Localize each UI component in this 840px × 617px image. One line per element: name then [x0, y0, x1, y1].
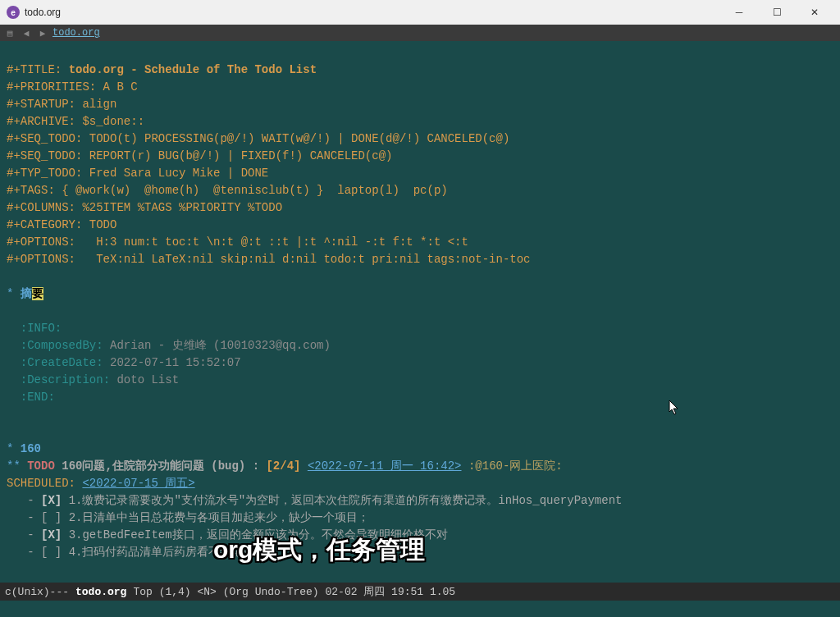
minibuffer[interactable] [0, 601, 840, 617]
editor-area[interactable]: #+TITLE: todo.org - Schedule of The Todo… [0, 41, 840, 583]
modeline-left: c(Unix)--- [5, 586, 69, 598]
close-button[interactable]: ✕ [796, 0, 833, 25]
category-line: #+CATEGORY: TODO [7, 218, 116, 231]
item-text: 3.getBedFeeItem接口，返回的金额应该为分。不然会导致明细价格不对 [62, 528, 447, 542]
h2-tag: :@160-网上医院: [468, 459, 563, 473]
typtodo-line: #+TYP_TODO: Fred Sara Lucy Mike | DONE [7, 167, 268, 180]
desc-val: doto List [110, 373, 179, 386]
modeline-file: todo.org [75, 586, 126, 598]
list-item: - [7, 546, 41, 559]
checkbox[interactable]: [ ] [41, 546, 62, 559]
tags-line: #+TAGS: { @work(w) @home(h) @tennisclub(… [7, 184, 448, 197]
todo-keyword: TODO [27, 459, 55, 473]
startup-line: #+STARTUP: align [7, 98, 116, 111]
options1-line: #+OPTIONS: H:3 num:t toc:t \n:t @:t ::t … [7, 235, 468, 249]
desc-key: :Description: [21, 373, 110, 386]
checkbox[interactable]: [X] [41, 494, 62, 507]
created-val: 2022-07-11 15:52:07 [103, 356, 241, 369]
mode-line: c(Unix)--- todo.org Top (1,4) <N> (Org U… [0, 583, 840, 601]
toolbar-menu-icon[interactable]: ▤ [3, 26, 16, 39]
item-text: 1.缴费记录需要改为"支付流水号"为空时，返回本次住院所有渠道的所有缴费记录。i… [62, 494, 622, 507]
toolbar-back-icon[interactable]: ◀ [20, 26, 33, 39]
item-text: 2.日清单中当日总花费与各项目加起来少，缺少一个项目； [62, 511, 369, 524]
info-open [7, 322, 21, 335]
h2-text: 160问题,住院部分功能问题 (bug) : [55, 459, 267, 473]
app-icon: e [7, 6, 20, 19]
scheduled-key: SCHEDULED: [7, 477, 75, 490]
summary-title-b: 要 [32, 287, 43, 300]
info-close: :END: [21, 391, 55, 404]
h1-star: * [7, 442, 21, 455]
priorities-line: #+PRIORITIES: A B C [7, 80, 138, 94]
h1-160: 160 [21, 442, 41, 455]
window-title: todo.org [25, 7, 61, 18]
toolbar-forward-icon[interactable]: ▶ [36, 26, 49, 39]
archive-line: #+ARCHIVE: $s_done:: [7, 115, 144, 128]
title-key: #+TITLE: [7, 63, 69, 76]
columns-line: #+COLUMNS: %25ITEM %TAGS %PRIORITY %TODO [7, 201, 282, 214]
checkbox[interactable]: [X] [41, 528, 62, 542]
list-item: - [7, 494, 41, 507]
item-text: 4.扫码付药品清单后药房看不到记录。 [62, 546, 266, 559]
minimize-button[interactable]: ─ [720, 0, 758, 25]
summary-title-a: 摘 [21, 287, 32, 300]
created-key: :CreateDate: [21, 356, 103, 369]
scheduled-date: <2022-07-15 周五> [82, 477, 194, 490]
composed-key: :ComposedBy: [21, 339, 103, 352]
emacs-toolbar: ▤ ◀ ▶ todo.org [0, 25, 840, 41]
list-item: - [7, 511, 41, 524]
modeline-mid: Top (1,4) <N> (Org Undo-Tree) 02-02 周四 1… [133, 584, 455, 599]
window-titlebar: e todo.org ─ ☐ ✕ [0, 0, 840, 25]
h2-date: <2022-07-11 周一 16:42> [308, 459, 462, 473]
checkbox[interactable]: [ ] [41, 511, 62, 524]
h2-star: ** [7, 459, 27, 473]
composed-val: Adrian - 史维峰 (10010323@qq.com) [103, 339, 331, 352]
seqtodo2-line: #+SEQ_TODO: REPORT(r) BUG(b@/!) | FIXED(… [7, 149, 392, 162]
title-val: todo.org - Schedule of The Todo List [69, 63, 317, 76]
maximize-button[interactable]: ☐ [758, 0, 796, 25]
list-item: - [7, 528, 41, 542]
heading1-star: * [7, 287, 21, 300]
mouse-cursor-icon [669, 400, 680, 416]
seqtodo1-line: #+SEQ_TODO: TODO(t) PROCESSING(p@/!) WAI… [7, 132, 509, 145]
options2-line: #+OPTIONS: TeX:nil LaTeX:nil skip:nil d:… [7, 253, 531, 266]
progress-ratio: [2/4] [266, 459, 300, 473]
buffer-name[interactable]: todo.org [52, 27, 100, 39]
